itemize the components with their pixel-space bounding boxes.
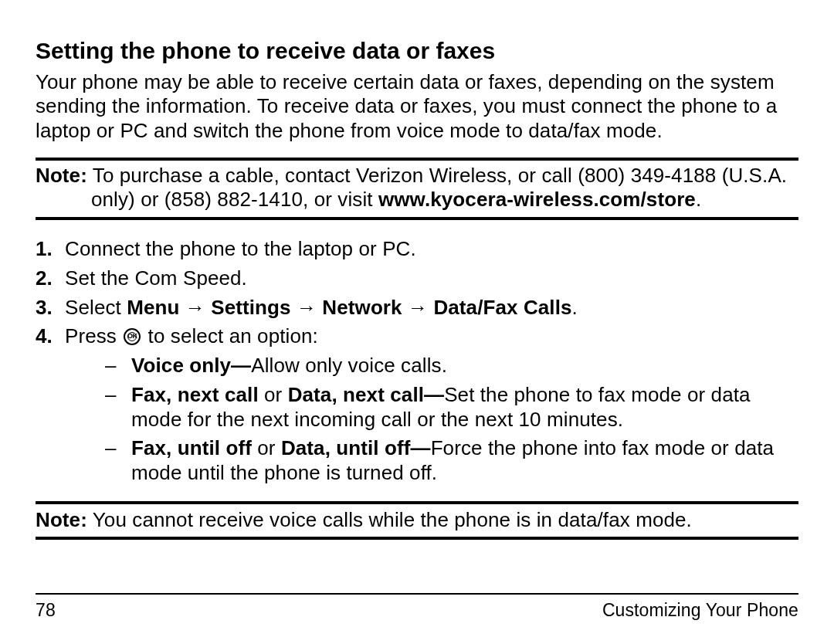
note-url: www.kyocera-wireless.com/store — [378, 188, 696, 211]
step-number: 2. — [36, 266, 65, 291]
section-heading: Setting the phone to receive data or fax… — [36, 37, 798, 66]
page-footer: 78 Customizing Your Phone — [36, 593, 798, 621]
note-text: You cannot receive voice calls while the… — [87, 508, 692, 531]
step-text: Press OK to select an option: – Voice on… — [65, 324, 798, 490]
step-text: Connect the phone to the laptop or PC. — [65, 237, 798, 262]
steps-list: 1. Connect the phone to the laptop or PC… — [36, 237, 798, 490]
ok-button-icon: OK — [124, 328, 141, 345]
note-block-1: Note: To purchase a cable, contact Veriz… — [36, 158, 798, 220]
step-text: Select Menu → Settings → Network → Data/… — [65, 296, 798, 320]
dash-bullet: – — [105, 383, 131, 432]
step-number: 3. — [36, 296, 65, 320]
note-label: Note: — [36, 164, 87, 187]
step-text: Set the Com Speed. — [65, 266, 798, 291]
page-number: 78 — [36, 599, 56, 621]
option-item: Fax, until off or Data, until off—Force … — [131, 436, 798, 485]
note-label: Note: — [36, 508, 87, 531]
options-list: – Voice only—Allow only voice calls. – F… — [65, 354, 798, 486]
intro-paragraph: Your phone may be able to receive certai… — [36, 70, 798, 144]
option-item: Voice only—Allow only voice calls. — [131, 354, 798, 378]
note-block-2: Note: You cannot receive voice calls whi… — [36, 501, 798, 541]
step-number: 1. — [36, 237, 65, 262]
step-number: 4. — [36, 324, 65, 349]
option-item: Fax, next call or Data, next call—Set th… — [131, 383, 798, 432]
dash-bullet: – — [105, 354, 131, 378]
dash-bullet: – — [105, 436, 131, 485]
section-title: Customizing Your Phone — [602, 599, 798, 621]
